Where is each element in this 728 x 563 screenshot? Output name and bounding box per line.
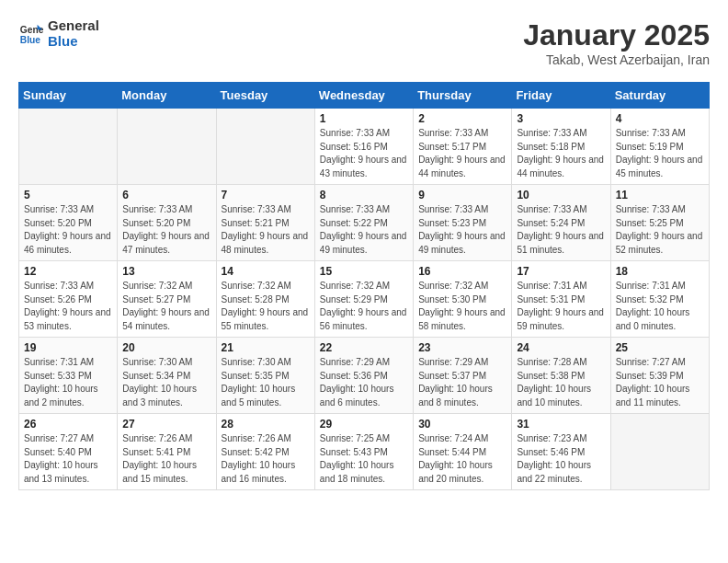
day-info: Sunrise: 7:23 AMSunset: 5:46 PMDaylight:… (517, 432, 605, 486)
day-cell: 31 Sunrise: 7:23 AMSunset: 5:46 PMDaylig… (512, 414, 610, 490)
day-number: 8 (320, 189, 408, 201)
day-info: Sunrise: 7:33 AMSunset: 5:19 PMDaylight:… (616, 127, 704, 180)
week-row-5: 26 Sunrise: 7:27 AMSunset: 5:40 PMDaylig… (19, 414, 710, 490)
svg-text:Blue: Blue (20, 35, 41, 45)
header-tuesday: Tuesday (216, 83, 314, 109)
day-info: Sunrise: 7:29 AMSunset: 5:36 PMDaylight:… (320, 356, 408, 409)
day-cell (118, 109, 216, 185)
day-cell (610, 414, 709, 490)
header-thursday: Thursday (414, 83, 512, 109)
day-cell: 1 Sunrise: 7:33 AMSunset: 5:16 PMDayligh… (314, 109, 413, 185)
day-cell: 20 Sunrise: 7:30 AMSunset: 5:34 PMDaylig… (118, 338, 216, 414)
day-cell: 4 Sunrise: 7:33 AMSunset: 5:19 PMDayligh… (610, 109, 709, 185)
day-info: Sunrise: 7:24 AMSunset: 5:44 PMDaylight:… (418, 432, 506, 486)
day-info: Sunrise: 7:32 AMSunset: 5:27 PMDaylight:… (122, 280, 210, 333)
day-number: 18 (616, 265, 704, 278)
logo: General Blue General Blue (18, 18, 99, 49)
header-friday: Friday (512, 83, 610, 109)
day-info: Sunrise: 7:33 AMSunset: 5:16 PMDaylight:… (320, 127, 408, 180)
week-row-4: 19 Sunrise: 7:31 AMSunset: 5:33 PMDaylig… (19, 338, 710, 414)
day-number: 17 (517, 265, 605, 278)
day-cell: 29 Sunrise: 7:25 AMSunset: 5:43 PMDaylig… (314, 414, 413, 490)
day-cell: 11 Sunrise: 7:33 AMSunset: 5:25 PMDaylig… (610, 185, 709, 261)
day-info: Sunrise: 7:32 AMSunset: 5:30 PMDaylight:… (418, 280, 506, 333)
day-info: Sunrise: 7:33 AMSunset: 5:20 PMDaylight:… (122, 203, 210, 257)
day-number: 7 (222, 189, 310, 201)
week-row-1: 1 Sunrise: 7:33 AMSunset: 5:16 PMDayligh… (19, 109, 710, 185)
day-number: 14 (222, 265, 310, 278)
day-number: 20 (122, 341, 210, 354)
day-cell: 13 Sunrise: 7:32 AMSunset: 5:27 PMDaylig… (118, 261, 216, 338)
day-number: 16 (418, 265, 506, 278)
svg-text:General: General (20, 25, 44, 35)
day-number: 23 (418, 341, 506, 354)
day-cell: 10 Sunrise: 7:33 AMSunset: 5:24 PMDaylig… (512, 185, 610, 261)
day-number: 19 (24, 341, 112, 354)
day-info: Sunrise: 7:27 AMSunset: 5:39 PMDaylight:… (616, 356, 704, 409)
month-title: January 2025 (523, 18, 710, 52)
day-number: 6 (122, 189, 210, 201)
day-cell: 24 Sunrise: 7:28 AMSunset: 5:38 PMDaylig… (512, 338, 610, 414)
day-cell: 6 Sunrise: 7:33 AMSunset: 5:20 PMDayligh… (118, 185, 216, 261)
logo-general: General (48, 18, 99, 34)
day-number: 28 (222, 418, 310, 431)
day-number: 12 (24, 265, 112, 278)
calendar-table: SundayMondayTuesdayWednesdayThursdayFrid… (18, 82, 710, 490)
day-number: 11 (616, 189, 704, 201)
day-cell (216, 109, 314, 185)
day-cell: 15 Sunrise: 7:32 AMSunset: 5:29 PMDaylig… (314, 261, 413, 338)
day-info: Sunrise: 7:27 AMSunset: 5:40 PMDaylight:… (24, 432, 112, 486)
header-wednesday: Wednesday (314, 83, 413, 109)
title-block: January 2025 Takab, West Azerbaijan, Ira… (523, 18, 710, 67)
header-row: SundayMondayTuesdayWednesdayThursdayFrid… (19, 83, 710, 109)
day-number: 2 (418, 112, 506, 125)
day-cell: 28 Sunrise: 7:26 AMSunset: 5:42 PMDaylig… (216, 414, 314, 490)
day-cell: 21 Sunrise: 7:30 AMSunset: 5:35 PMDaylig… (216, 338, 314, 414)
day-number: 25 (616, 341, 704, 354)
day-cell: 16 Sunrise: 7:32 AMSunset: 5:30 PMDaylig… (414, 261, 512, 338)
location-subtitle: Takab, West Azerbaijan, Iran (523, 52, 710, 67)
day-cell: 19 Sunrise: 7:31 AMSunset: 5:33 PMDaylig… (19, 338, 118, 414)
day-number: 24 (517, 341, 605, 354)
day-cell: 17 Sunrise: 7:31 AMSunset: 5:31 PMDaylig… (512, 261, 610, 338)
day-cell: 25 Sunrise: 7:27 AMSunset: 5:39 PMDaylig… (610, 338, 709, 414)
day-info: Sunrise: 7:33 AMSunset: 5:22 PMDaylight:… (320, 203, 408, 257)
day-number: 26 (24, 418, 112, 431)
day-cell: 5 Sunrise: 7:33 AMSunset: 5:20 PMDayligh… (19, 185, 118, 261)
day-info: Sunrise: 7:31 AMSunset: 5:33 PMDaylight:… (24, 356, 112, 409)
day-number: 10 (517, 189, 605, 201)
day-info: Sunrise: 7:32 AMSunset: 5:28 PMDaylight:… (222, 280, 310, 333)
day-number: 5 (24, 189, 112, 201)
day-cell: 7 Sunrise: 7:33 AMSunset: 5:21 PMDayligh… (216, 185, 314, 261)
day-info: Sunrise: 7:33 AMSunset: 5:17 PMDaylight:… (418, 127, 506, 180)
day-cell: 12 Sunrise: 7:33 AMSunset: 5:26 PMDaylig… (19, 261, 118, 338)
day-info: Sunrise: 7:28 AMSunset: 5:38 PMDaylight:… (517, 356, 605, 409)
header-sunday: Sunday (19, 83, 118, 109)
day-info: Sunrise: 7:33 AMSunset: 5:26 PMDaylight:… (24, 280, 112, 333)
day-number: 31 (517, 418, 605, 431)
header-saturday: Saturday (610, 83, 709, 109)
day-info: Sunrise: 7:30 AMSunset: 5:34 PMDaylight:… (122, 356, 210, 409)
logo-icon: General Blue (18, 21, 44, 47)
day-info: Sunrise: 7:25 AMSunset: 5:43 PMDaylight:… (320, 432, 408, 486)
day-cell: 2 Sunrise: 7:33 AMSunset: 5:17 PMDayligh… (414, 109, 512, 185)
day-cell: 3 Sunrise: 7:33 AMSunset: 5:18 PMDayligh… (512, 109, 610, 185)
header-monday: Monday (118, 83, 216, 109)
day-info: Sunrise: 7:26 AMSunset: 5:42 PMDaylight:… (222, 432, 310, 486)
day-info: Sunrise: 7:33 AMSunset: 5:25 PMDaylight:… (616, 203, 704, 257)
day-cell: 23 Sunrise: 7:29 AMSunset: 5:37 PMDaylig… (414, 338, 512, 414)
day-number: 1 (320, 112, 408, 125)
day-cell (19, 109, 118, 185)
day-number: 3 (517, 112, 605, 125)
day-number: 21 (222, 341, 310, 354)
day-number: 29 (320, 418, 408, 431)
day-number: 27 (122, 418, 210, 431)
week-row-3: 12 Sunrise: 7:33 AMSunset: 5:26 PMDaylig… (19, 261, 710, 338)
day-number: 30 (418, 418, 506, 431)
day-cell: 8 Sunrise: 7:33 AMSunset: 5:22 PMDayligh… (314, 185, 413, 261)
day-cell: 27 Sunrise: 7:26 AMSunset: 5:41 PMDaylig… (118, 414, 216, 490)
day-info: Sunrise: 7:31 AMSunset: 5:32 PMDaylight:… (616, 280, 704, 333)
day-cell: 18 Sunrise: 7:31 AMSunset: 5:32 PMDaylig… (610, 261, 709, 338)
day-info: Sunrise: 7:33 AMSunset: 5:20 PMDaylight:… (24, 203, 112, 257)
day-cell: 30 Sunrise: 7:24 AMSunset: 5:44 PMDaylig… (414, 414, 512, 490)
